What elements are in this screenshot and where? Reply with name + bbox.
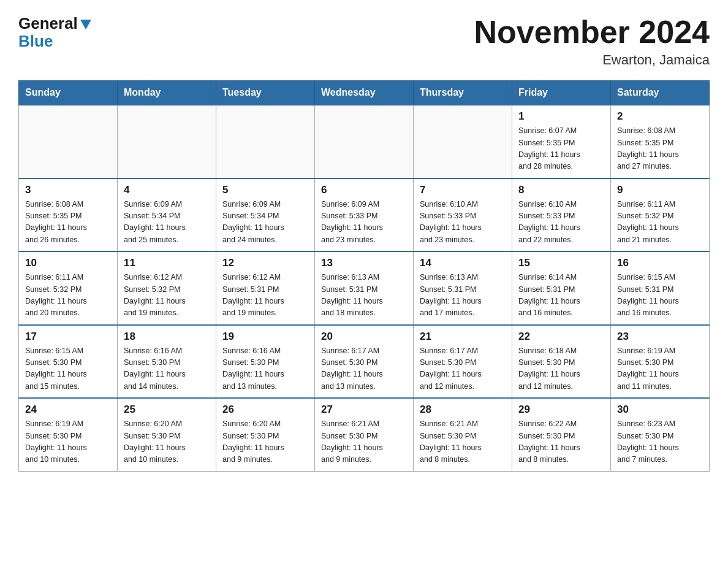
- calendar-week-row: 10Sunrise: 6:11 AM Sunset: 5:32 PM Dayli…: [19, 251, 710, 325]
- day-info: Sunrise: 6:12 AM Sunset: 5:32 PM Dayligh…: [124, 272, 210, 320]
- day-info: Sunrise: 6:17 AM Sunset: 5:30 PM Dayligh…: [420, 345, 506, 393]
- day-number: 1: [518, 110, 604, 123]
- day-info: Sunrise: 6:11 AM Sunset: 5:32 PM Dayligh…: [617, 199, 703, 247]
- day-info: Sunrise: 6:18 AM Sunset: 5:30 PM Dayligh…: [518, 345, 604, 393]
- day-info: Sunrise: 6:08 AM Sunset: 5:35 PM Dayligh…: [25, 199, 111, 247]
- day-info: Sunrise: 6:22 AM Sunset: 5:30 PM Dayligh…: [518, 418, 604, 466]
- day-info: Sunrise: 6:11 AM Sunset: 5:32 PM Dayligh…: [25, 272, 111, 320]
- logo-triangle-icon: [79, 17, 93, 31]
- day-number: 7: [420, 184, 506, 196]
- calendar-day-cell: 25Sunrise: 6:20 AM Sunset: 5:30 PM Dayli…: [118, 398, 216, 471]
- day-info: Sunrise: 6:20 AM Sunset: 5:30 PM Dayligh…: [124, 418, 210, 466]
- day-info: Sunrise: 6:19 AM Sunset: 5:30 PM Dayligh…: [25, 418, 111, 466]
- day-number: 25: [124, 404, 210, 416]
- day-info: Sunrise: 6:09 AM Sunset: 5:34 PM Dayligh…: [222, 199, 308, 247]
- calendar-day-cell: 30Sunrise: 6:23 AM Sunset: 5:30 PM Dayli…: [611, 398, 710, 471]
- calendar-day-cell: 4Sunrise: 6:09 AM Sunset: 5:34 PM Daylig…: [118, 178, 216, 252]
- day-number: 22: [518, 331, 604, 343]
- day-info: Sunrise: 6:15 AM Sunset: 5:31 PM Dayligh…: [617, 272, 703, 320]
- day-number: 16: [617, 257, 703, 269]
- logo: General Blue: [18, 15, 93, 50]
- calendar-day-cell: [216, 105, 315, 178]
- calendar-day-cell: 11Sunrise: 6:12 AM Sunset: 5:32 PM Dayli…: [118, 251, 216, 325]
- calendar-day-cell: 29Sunrise: 6:22 AM Sunset: 5:30 PM Dayli…: [512, 398, 611, 471]
- day-info: Sunrise: 6:09 AM Sunset: 5:34 PM Dayligh…: [124, 199, 210, 247]
- calendar-day-cell: 2Sunrise: 6:08 AM Sunset: 5:35 PM Daylig…: [611, 105, 710, 178]
- calendar-day-cell: 9Sunrise: 6:11 AM Sunset: 5:32 PM Daylig…: [611, 178, 710, 252]
- calendar-day-header: Thursday: [414, 81, 512, 105]
- day-number: 23: [617, 331, 703, 343]
- day-info: Sunrise: 6:16 AM Sunset: 5:30 PM Dayligh…: [124, 345, 210, 393]
- calendar-day-cell: 12Sunrise: 6:12 AM Sunset: 5:31 PM Dayli…: [216, 251, 315, 325]
- calendar-day-header: Wednesday: [315, 81, 414, 105]
- calendar-day-cell: [414, 105, 512, 178]
- calendar-day-cell: 1Sunrise: 6:07 AM Sunset: 5:35 PM Daylig…: [512, 105, 611, 178]
- day-number: 20: [321, 331, 407, 343]
- day-number: 8: [518, 184, 604, 196]
- day-number: 12: [222, 257, 308, 269]
- day-info: Sunrise: 6:23 AM Sunset: 5:30 PM Dayligh…: [617, 418, 703, 466]
- calendar-day-cell: 16Sunrise: 6:15 AM Sunset: 5:31 PM Dayli…: [611, 251, 710, 325]
- day-info: Sunrise: 6:10 AM Sunset: 5:33 PM Dayligh…: [518, 199, 604, 247]
- page-title: November 2024: [474, 15, 710, 50]
- calendar-day-cell: 10Sunrise: 6:11 AM Sunset: 5:32 PM Dayli…: [19, 251, 118, 325]
- title-area: November 2024 Ewarton, Jamaica: [474, 15, 710, 68]
- calendar-day-cell: 8Sunrise: 6:10 AM Sunset: 5:33 PM Daylig…: [512, 178, 611, 252]
- day-number: 17: [25, 331, 111, 343]
- day-number: 18: [124, 331, 210, 343]
- day-number: 28: [420, 404, 506, 416]
- calendar-day-header: Friday: [512, 81, 611, 105]
- calendar-day-cell: 19Sunrise: 6:16 AM Sunset: 5:30 PM Dayli…: [216, 325, 315, 399]
- day-number: 26: [222, 404, 308, 416]
- calendar-table: SundayMondayTuesdayWednesdayThursdayFrid…: [18, 80, 710, 472]
- day-number: 13: [321, 257, 407, 269]
- day-number: 19: [222, 331, 308, 343]
- calendar-day-cell: 20Sunrise: 6:17 AM Sunset: 5:30 PM Dayli…: [315, 325, 414, 399]
- day-number: 21: [420, 331, 506, 343]
- calendar-day-cell: 17Sunrise: 6:15 AM Sunset: 5:30 PM Dayli…: [19, 325, 118, 399]
- calendar-day-cell: 14Sunrise: 6:13 AM Sunset: 5:31 PM Dayli…: [414, 251, 512, 325]
- day-number: 27: [321, 404, 407, 416]
- day-info: Sunrise: 6:10 AM Sunset: 5:33 PM Dayligh…: [420, 199, 506, 247]
- day-number: 3: [25, 184, 111, 196]
- calendar-day-cell: 24Sunrise: 6:19 AM Sunset: 5:30 PM Dayli…: [19, 398, 118, 471]
- svg-marker-0: [80, 20, 91, 29]
- day-number: 11: [124, 257, 210, 269]
- page-subtitle: Ewarton, Jamaica: [474, 52, 710, 68]
- day-info: Sunrise: 6:20 AM Sunset: 5:30 PM Dayligh…: [222, 418, 308, 466]
- calendar-day-cell: [315, 105, 414, 178]
- calendar-day-cell: [118, 105, 216, 178]
- calendar-day-cell: 21Sunrise: 6:17 AM Sunset: 5:30 PM Dayli…: [414, 325, 512, 399]
- calendar-day-cell: 26Sunrise: 6:20 AM Sunset: 5:30 PM Dayli…: [216, 398, 315, 471]
- logo-general-text: General: [18, 15, 78, 33]
- day-number: 29: [518, 404, 604, 416]
- day-info: Sunrise: 6:07 AM Sunset: 5:35 PM Dayligh…: [518, 125, 604, 173]
- day-info: Sunrise: 6:13 AM Sunset: 5:31 PM Dayligh…: [420, 272, 506, 320]
- day-number: 5: [222, 184, 308, 196]
- calendar-day-cell: 22Sunrise: 6:18 AM Sunset: 5:30 PM Dayli…: [512, 325, 611, 399]
- day-number: 30: [617, 404, 703, 416]
- day-number: 9: [617, 184, 703, 196]
- calendar-week-row: 1Sunrise: 6:07 AM Sunset: 5:35 PM Daylig…: [19, 105, 710, 178]
- day-number: 14: [420, 257, 506, 269]
- calendar-day-cell: 7Sunrise: 6:10 AM Sunset: 5:33 PM Daylig…: [414, 178, 512, 252]
- day-info: Sunrise: 6:09 AM Sunset: 5:33 PM Dayligh…: [321, 199, 407, 247]
- calendar-day-header: Sunday: [19, 81, 118, 105]
- calendar-week-row: 17Sunrise: 6:15 AM Sunset: 5:30 PM Dayli…: [19, 325, 710, 399]
- calendar-day-cell: 15Sunrise: 6:14 AM Sunset: 5:31 PM Dayli…: [512, 251, 611, 325]
- calendar-day-header: Saturday: [611, 81, 710, 105]
- calendar-day-cell: 23Sunrise: 6:19 AM Sunset: 5:30 PM Dayli…: [611, 325, 710, 399]
- calendar-day-cell: 28Sunrise: 6:21 AM Sunset: 5:30 PM Dayli…: [414, 398, 512, 471]
- day-info: Sunrise: 6:13 AM Sunset: 5:31 PM Dayligh…: [321, 272, 407, 320]
- calendar-day-header: Monday: [118, 81, 216, 105]
- calendar-day-cell: [19, 105, 118, 178]
- day-info: Sunrise: 6:15 AM Sunset: 5:30 PM Dayligh…: [25, 345, 111, 393]
- calendar-header-row: SundayMondayTuesdayWednesdayThursdayFrid…: [19, 81, 710, 105]
- day-info: Sunrise: 6:21 AM Sunset: 5:30 PM Dayligh…: [420, 418, 506, 466]
- day-number: 6: [321, 184, 407, 196]
- logo-blue-text: Blue: [18, 33, 53, 50]
- day-info: Sunrise: 6:16 AM Sunset: 5:30 PM Dayligh…: [222, 345, 308, 393]
- calendar-day-cell: 18Sunrise: 6:16 AM Sunset: 5:30 PM Dayli…: [118, 325, 216, 399]
- day-info: Sunrise: 6:12 AM Sunset: 5:31 PM Dayligh…: [222, 272, 308, 320]
- day-info: Sunrise: 6:08 AM Sunset: 5:35 PM Dayligh…: [617, 125, 703, 173]
